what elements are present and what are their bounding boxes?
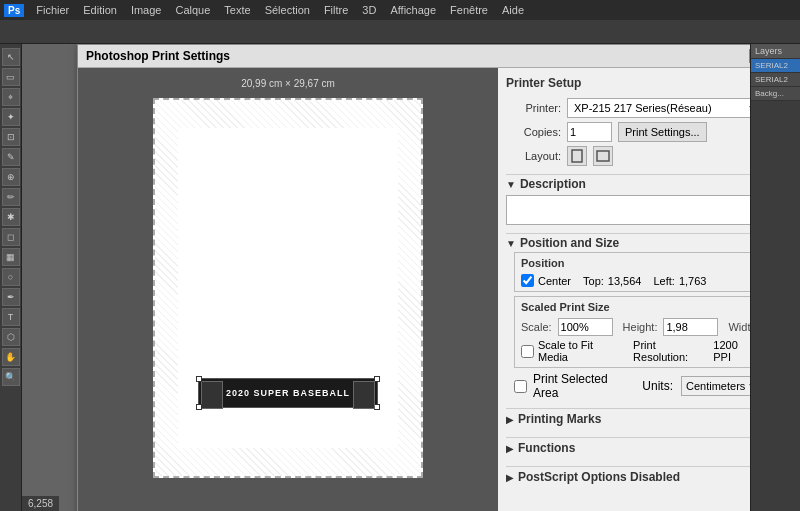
- layers-item-1[interactable]: SERIAL2: [751, 73, 800, 87]
- scaled-print-group: Scaled Print Size Scale: Height: Width:: [514, 296, 750, 368]
- printer-row: Printer: XP-215 217 Series(Réseau): [506, 98, 750, 118]
- scale-label: Scale:: [521, 321, 552, 333]
- menu-edition[interactable]: Edition: [77, 2, 123, 18]
- menu-selection[interactable]: Sélection: [259, 2, 316, 18]
- tool-magic-wand[interactable]: ✦: [2, 108, 20, 126]
- center-row: Center Top: 13,564 Left: 1,763: [521, 274, 750, 287]
- tool-eyedropper[interactable]: ✎: [2, 148, 20, 166]
- tool-move[interactable]: ↖: [2, 48, 20, 66]
- position-size-arrow: ▼: [506, 238, 516, 249]
- layout-landscape-icon[interactable]: [593, 146, 613, 166]
- description-title: Description: [520, 177, 586, 191]
- position-size-title: Position and Size: [520, 236, 619, 250]
- menu-texte[interactable]: Texte: [218, 2, 256, 18]
- printer-select[interactable]: XP-215 217 Series(Réseau): [567, 98, 750, 118]
- copies-input[interactable]: [567, 122, 612, 142]
- dialog-close-button[interactable]: ×: [749, 49, 750, 63]
- center-checkbox[interactable]: [521, 274, 534, 287]
- resize-handle-tl[interactable]: [196, 376, 202, 382]
- top-value: 13,564: [608, 275, 642, 287]
- description-header[interactable]: ▼ Description: [506, 174, 750, 193]
- layout-portrait-icon[interactable]: [567, 146, 587, 166]
- print-settings-dialog: Photoshop Print Settings × 20,99 cm × 29…: [77, 44, 750, 511]
- print-selected-label: Print Selected Area: [533, 372, 628, 400]
- menu-aide[interactable]: Aide: [496, 2, 530, 18]
- print-selected-checkbox[interactable]: [514, 380, 527, 393]
- dialog-title-text: Photoshop Print Settings: [86, 49, 230, 63]
- description-textarea[interactable]: [506, 195, 750, 225]
- position-group: Position Center Top: 13,564 Left: 1,763: [514, 252, 750, 292]
- tool-hand[interactable]: ✋: [2, 348, 20, 366]
- position-group-label: Position: [521, 257, 750, 269]
- printing-marks-arrow: ▶: [506, 414, 514, 425]
- tool-heal[interactable]: ⊕: [2, 168, 20, 186]
- pos-size-body: Position Center Top: 13,564 Left: 1,763: [506, 252, 750, 400]
- description-section: ▼ Description: [506, 174, 750, 225]
- resize-handle-br[interactable]: [374, 404, 380, 410]
- tool-dodge[interactable]: ○: [2, 268, 20, 286]
- print-resolution-label: Print Resolution:: [633, 339, 709, 363]
- left-label-ps: Left:: [653, 275, 674, 287]
- width-label: Width:: [728, 321, 750, 333]
- menu-fenetre[interactable]: Fenêtre: [444, 2, 494, 18]
- menu-fichier[interactable]: Fichier: [30, 2, 75, 18]
- print-settings-button[interactable]: Print Settings...: [618, 122, 707, 142]
- units-label: Units:: [642, 379, 673, 393]
- layers-item-2[interactable]: Backg...: [751, 87, 800, 101]
- printer-label: Printer:: [506, 102, 561, 114]
- print-resolution-value: 1200 PPI: [713, 339, 750, 363]
- functions-arrow: ▶: [506, 443, 514, 454]
- menu-image[interactable]: Image: [125, 2, 168, 18]
- menu-3d[interactable]: 3D: [356, 2, 382, 18]
- menu-affichage[interactable]: Affichage: [384, 2, 442, 18]
- scale-to-media-label: Scale to Fit Media: [538, 339, 621, 363]
- scale-row: Scale: Height: Width:: [521, 318, 750, 336]
- tool-pen[interactable]: ✒: [2, 288, 20, 306]
- tool-lasso[interactable]: ⌖: [2, 88, 20, 106]
- printing-marks-section[interactable]: ▶ Printing Marks: [506, 408, 750, 429]
- height-input[interactable]: [663, 318, 718, 336]
- dialog-title-bar[interactable]: Photoshop Print Settings ×: [78, 45, 750, 68]
- height-label: Height:: [623, 321, 658, 333]
- paper-size-label: 20,99 cm × 29,67 cm: [241, 78, 335, 89]
- functions-section[interactable]: ▶ Functions: [506, 437, 750, 458]
- canvas-area: 6,258 Photoshop Print Settings × 20,99 c…: [22, 44, 750, 511]
- left-value: 1,763: [679, 275, 707, 287]
- tool-gradient[interactable]: ▦: [2, 248, 20, 266]
- tool-brush[interactable]: ✏: [2, 188, 20, 206]
- postscript-section[interactable]: ▶ PostScript Options Disabled: [506, 466, 750, 487]
- toolbar: [0, 20, 800, 44]
- print-selected-row: Print Selected Area Units: Centimeters: [514, 372, 750, 400]
- preview-banner: 2020 SUPER BASEBALL: [198, 378, 378, 408]
- description-arrow: ▼: [506, 179, 516, 190]
- printer-setup-title: Printer Setup: [506, 76, 750, 90]
- units-select[interactable]: Centimeters: [681, 376, 750, 396]
- canvas-info: 6,258: [22, 496, 59, 511]
- postscript-arrow: ▶: [506, 472, 514, 483]
- scale-input[interactable]: [558, 318, 613, 336]
- position-size-section: ▼ Position and Size Position Center Top:: [506, 233, 750, 400]
- layers-item-0[interactable]: SERIAL2: [751, 59, 800, 73]
- layers-panel: Layers SERIAL2 SERIAL2 Backg...: [750, 44, 800, 511]
- tool-select[interactable]: ▭: [2, 68, 20, 86]
- tool-eraser[interactable]: ◻: [2, 228, 20, 246]
- layout-row: Layout:: [506, 146, 750, 166]
- copies-row: Copies: Print Settings...: [506, 122, 750, 142]
- menu-filtre[interactable]: Filtre: [318, 2, 354, 18]
- scale-to-media-checkbox[interactable]: [521, 345, 534, 358]
- layout-label: Layout:: [506, 150, 561, 162]
- menu-bar: Ps Fichier Edition Image Calque Texte Sé…: [0, 0, 800, 20]
- printer-setup-section: Printer Setup Printer: XP-215 217 Series…: [506, 76, 750, 166]
- tool-stamp[interactable]: ✱: [2, 208, 20, 226]
- tool-path[interactable]: ⬡: [2, 328, 20, 346]
- copies-label: Copies:: [506, 126, 561, 138]
- menu-calque[interactable]: Calque: [169, 2, 216, 18]
- tool-text[interactable]: T: [2, 308, 20, 326]
- resize-handle-bl[interactable]: [196, 404, 202, 410]
- tool-crop[interactable]: ⊡: [2, 128, 20, 146]
- scaled-print-label: Scaled Print Size: [521, 301, 750, 313]
- tool-zoom[interactable]: 🔍: [2, 368, 20, 386]
- layers-header: Layers: [751, 44, 800, 59]
- position-size-header[interactable]: ▼ Position and Size: [506, 233, 750, 252]
- resize-handle-tr[interactable]: [374, 376, 380, 382]
